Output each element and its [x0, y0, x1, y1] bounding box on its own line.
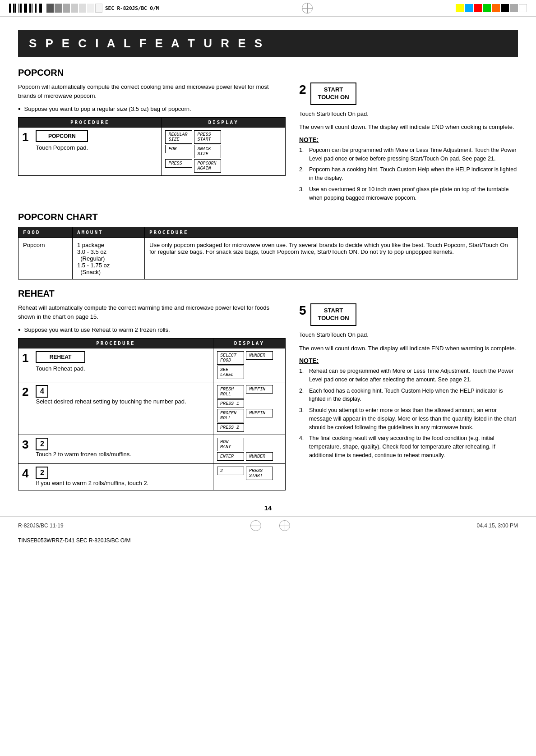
disp-fresh-roll: FRESHROLL — [217, 385, 244, 399]
main-content: S P E C I A L F E A T U R E S POPCORN Po… — [0, 17, 536, 504]
reheat-disp-row-1: SELECTFOOD NUMBER — [217, 351, 282, 365]
step2-container: 2 START TOUCH ON — [299, 82, 518, 105]
disp-row-3: PRESS POPCORNAGAIN — [165, 159, 281, 173]
chart-procedure-header: PROCEDURE — [145, 227, 518, 238]
disp-press-start-reheat: PRESSSTART — [246, 467, 273, 480]
display-header: DISPLAY — [162, 118, 285, 128]
display1-items: REGULARSIZE PRESSSTART FOR SNACKSIZE PRE… — [165, 130, 281, 173]
reheat-note-num-2: 2. — [299, 387, 306, 404]
reheat-display4: 2 PRESSSTART — [217, 467, 282, 480]
popcorn-chart-section: POPCORN CHART FOOD AMOUNT PROCEDURE Popc… — [18, 212, 518, 279]
reheat-note-1: 1. Reheat can be programmed with More or… — [299, 367, 518, 384]
reheat-display3: HOWMANY ENTER NUMBER — [217, 438, 282, 461]
popcorn-two-col: Popcorn will automatically compute the c… — [18, 82, 518, 205]
footer-right: 04.4.15, 3:00 PM — [477, 522, 518, 529]
reheat-note-num-1: 1. — [299, 367, 306, 384]
reheat-note-heading: NOTE: — [299, 357, 518, 364]
note-item-1: 1. Popcorn can be programmed with More o… — [299, 146, 518, 163]
reheat-step1-cell: 1 REHEAT Touch Reheat pad. — [18, 348, 213, 382]
reheat-right: 5 START TOUCH ON Touch Start/Touch On pa… — [299, 303, 518, 495]
barcode — [9, 4, 42, 13]
note-item-3: 3. Use an overturned 9 or 10 inch oven p… — [299, 185, 518, 202]
popcorn-button[interactable]: POPCORN — [36, 130, 88, 142]
disp-select-food: SELECTFOOD — [217, 351, 244, 365]
popcorn-note-heading: NOTE: — [299, 136, 518, 143]
reheat-step2-label: Select desired reheat setting by touchin… — [36, 398, 186, 406]
note-item-2: 2. Popcorn has a cooking hint. Touch Cus… — [299, 165, 518, 183]
start-touch-box-popcorn[interactable]: START TOUCH ON — [310, 82, 356, 105]
reheat-disp2-row4: PRESS 2 — [217, 423, 282, 432]
disp-2: 2 — [217, 467, 244, 475]
reg-mark-left — [250, 520, 261, 531]
disp-popcorn-again: POPCORNAGAIN — [194, 159, 221, 173]
disp-how-many: HOWMANY — [217, 438, 244, 451]
top-bar: SEC R-820JS/BC O/M — [0, 0, 536, 17]
step2-text1: Touch Start/Touch On pad. — [299, 110, 518, 119]
step5-container: 5 START TOUCH ON — [299, 303, 518, 326]
popcorn-bullet: • Suppose you want to pop a regular size… — [18, 105, 286, 115]
popcorn-left-col: Popcorn will automatically compute the c… — [18, 82, 286, 205]
reheat-step4-label: If you want to warm 2 rolls/muffins, tou… — [36, 479, 148, 487]
step1-inner: POPCORN Touch Popcorn pad. — [36, 130, 88, 152]
reheat-heading: REHEAT — [18, 289, 518, 299]
disp-number-1: NUMBER — [246, 351, 273, 360]
reheat-step3-cell: 3 2 Touch 2 to warm frozen rolls/muffins… — [18, 435, 213, 464]
note-num-1: 1. — [299, 146, 306, 163]
reheat-disp-row-2: SEELABEL — [217, 366, 282, 379]
number-2-box-a[interactable]: 2 — [36, 438, 48, 450]
table-row: 1 POPCORN Touch Popcorn pad. REGULARSIZ — [18, 128, 286, 176]
footer-bottom-text: TINSEB053WRRZ-D41 SEC R-820JS/BC O/M — [18, 537, 130, 544]
reheat-display-header: DISPLAY — [213, 339, 285, 348]
reheat-step1-num: 1 — [22, 351, 28, 365]
chart-amount-cell: 1 package3.0 - 3.5 oz (Regular)1.5 - 1.7… — [73, 238, 145, 279]
reheat-step4-num: 4 — [22, 467, 28, 481]
popcorn-proc-table: PROCEDURE DISPLAY 1 POPCORN Touch Popcor… — [18, 117, 286, 176]
reheat-procedure-header: PROCEDURE — [18, 339, 213, 348]
reheat-note-text-2: Each food has a cooking hint. Touch Cust… — [309, 387, 518, 404]
reheat-step3-inner: 2 Touch 2 to warm frozen rolls/muffins. — [36, 438, 131, 458]
disp-frozen-roll: FROZENROLL — [217, 409, 244, 422]
reheat-display1: SELECTFOOD NUMBER SEELABEL — [217, 351, 282, 379]
reheat-row-4: 4 2 If you want to warm 2 rolls/muffins,… — [18, 464, 286, 490]
footer-bottom: TINSEB053WRRZ-D41 SEC R-820JS/BC O/M — [0, 535, 536, 548]
step1-number: 1 — [22, 130, 28, 144]
chart-row-popcorn: Popcorn 1 package3.0 - 3.5 oz (Regular)1… — [18, 238, 518, 279]
reheat-button[interactable]: REHEAT — [36, 351, 85, 363]
procedure-header: PROCEDURE — [18, 118, 162, 128]
reheat-disp3-row2: ENTER NUMBER — [217, 452, 282, 461]
popcorn-heading: POPCORN — [18, 68, 518, 78]
reheat-note-3: 3. Should you attempt to enter more or l… — [299, 406, 518, 431]
bullet-symbol-reheat: • — [18, 325, 21, 335]
reheat-note-num-4: 4. — [299, 434, 306, 459]
popcorn-bullet-text: Suppose you want to pop a regular size (… — [24, 105, 191, 115]
disp-press: PRESS — [165, 159, 192, 168]
disp-see-label: SEELABEL — [217, 366, 244, 379]
reheat-row-1: 1 REHEAT Touch Reheat pad. SELECTFOOD — [18, 348, 286, 382]
reheat-step2-num: 2 — [22, 385, 28, 399]
reheat-body1: Reheat will automatically compute the co… — [18, 303, 286, 321]
reheat-row-3: 3 2 Touch 2 to warm frozen rolls/muffins… — [18, 435, 286, 464]
reheat-step4: 4 2 If you want to warm 2 rolls/muffins,… — [22, 467, 209, 487]
step2-text2: The oven will count down. The display wi… — [299, 123, 518, 132]
disp-snack-size: SNACKSIZE — [194, 145, 221, 158]
footer-marks — [250, 520, 290, 531]
chart-procedure-cell: Use only popcorn packaged for microwave … — [145, 238, 518, 279]
reheat-disp1: SELECTFOOD NUMBER SEELABEL — [213, 348, 285, 382]
popcorn-body1: Popcorn will automatically compute the c… — [18, 82, 286, 100]
reheat-note: NOTE: 1. Reheat can be programmed with M… — [299, 357, 518, 460]
reheat-step4-cell: 4 2 If you want to warm 2 rolls/muffins,… — [18, 464, 213, 490]
disp-regular-size: REGULARSIZE — [165, 130, 192, 144]
step5-number: 5 — [299, 303, 306, 318]
reheat-disp2-row2: PRESS 1 — [217, 399, 282, 408]
number-4-box[interactable]: 4 — [36, 385, 48, 398]
disp-muffin-2: MUFFIN — [246, 409, 273, 417]
reheat-step3-num: 3 — [22, 438, 28, 452]
number-2-box-b[interactable]: 2 — [36, 467, 48, 479]
step1-num-cell: 1 POPCORN Touch Popcorn pad. — [18, 128, 162, 176]
reheat-step3-label: Touch 2 to warm frozen rolls/muffins. — [36, 450, 131, 458]
reheat-note-num-3: 3. — [299, 406, 306, 431]
start-touch-box-reheat[interactable]: START TOUCH ON — [310, 303, 356, 326]
reheat-proc-table: PROCEDURE DISPLAY 1 REHEAT Touch Reheat — [18, 338, 286, 490]
reheat-start-line2: TOUCH ON — [318, 315, 349, 322]
disp-muffin-1: MUFFIN — [246, 385, 273, 394]
